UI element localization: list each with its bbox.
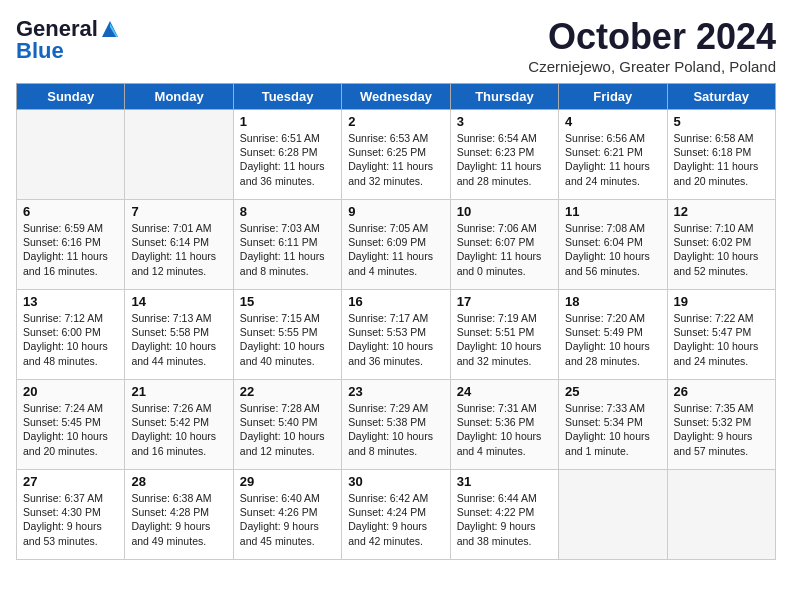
cell-daylight-text: Sunrise: 7:22 AM Sunset: 5:47 PM Dayligh…: [674, 311, 769, 368]
cell-daylight-text: Sunrise: 7:01 AM Sunset: 6:14 PM Dayligh…: [131, 221, 226, 278]
calendar-cell: [559, 470, 667, 560]
day-number: 13: [23, 294, 118, 309]
cell-daylight-text: Sunrise: 7:19 AM Sunset: 5:51 PM Dayligh…: [457, 311, 552, 368]
cell-daylight-text: Sunrise: 7:31 AM Sunset: 5:36 PM Dayligh…: [457, 401, 552, 458]
cell-daylight-text: Sunrise: 7:05 AM Sunset: 6:09 PM Dayligh…: [348, 221, 443, 278]
month-title: October 2024: [528, 16, 776, 58]
cell-daylight-text: Sunrise: 7:29 AM Sunset: 5:38 PM Dayligh…: [348, 401, 443, 458]
calendar-cell: [125, 110, 233, 200]
calendar-table: SundayMondayTuesdayWednesdayThursdayFrid…: [16, 83, 776, 560]
cell-daylight-text: Sunrise: 6:59 AM Sunset: 6:16 PM Dayligh…: [23, 221, 118, 278]
calendar-cell: 5Sunrise: 6:58 AM Sunset: 6:18 PM Daylig…: [667, 110, 775, 200]
day-number: 26: [674, 384, 769, 399]
day-number: 3: [457, 114, 552, 129]
calendar-cell: 15Sunrise: 7:15 AM Sunset: 5:55 PM Dayli…: [233, 290, 341, 380]
calendar-cell: 14Sunrise: 7:13 AM Sunset: 5:58 PM Dayli…: [125, 290, 233, 380]
day-number: 5: [674, 114, 769, 129]
day-number: 12: [674, 204, 769, 219]
cell-daylight-text: Sunrise: 6:44 AM Sunset: 4:22 PM Dayligh…: [457, 491, 552, 548]
calendar-cell: [667, 470, 775, 560]
day-number: 11: [565, 204, 660, 219]
cell-daylight-text: Sunrise: 6:53 AM Sunset: 6:25 PM Dayligh…: [348, 131, 443, 188]
calendar-cell: 24Sunrise: 7:31 AM Sunset: 5:36 PM Dayli…: [450, 380, 558, 470]
cell-daylight-text: Sunrise: 6:40 AM Sunset: 4:26 PM Dayligh…: [240, 491, 335, 548]
cell-daylight-text: Sunrise: 7:33 AM Sunset: 5:34 PM Dayligh…: [565, 401, 660, 458]
day-number: 2: [348, 114, 443, 129]
calendar-cell: 23Sunrise: 7:29 AM Sunset: 5:38 PM Dayli…: [342, 380, 450, 470]
day-header-thursday: Thursday: [450, 84, 558, 110]
day-number: 9: [348, 204, 443, 219]
cell-daylight-text: Sunrise: 7:10 AM Sunset: 6:02 PM Dayligh…: [674, 221, 769, 278]
day-number: 22: [240, 384, 335, 399]
cell-daylight-text: Sunrise: 6:42 AM Sunset: 4:24 PM Dayligh…: [348, 491, 443, 548]
day-number: 14: [131, 294, 226, 309]
calendar-cell: 9Sunrise: 7:05 AM Sunset: 6:09 PM Daylig…: [342, 200, 450, 290]
calendar-cell: 2Sunrise: 6:53 AM Sunset: 6:25 PM Daylig…: [342, 110, 450, 200]
cell-daylight-text: Sunrise: 6:51 AM Sunset: 6:28 PM Dayligh…: [240, 131, 335, 188]
day-number: 1: [240, 114, 335, 129]
day-number: 30: [348, 474, 443, 489]
day-number: 17: [457, 294, 552, 309]
calendar-cell: 22Sunrise: 7:28 AM Sunset: 5:40 PM Dayli…: [233, 380, 341, 470]
location-subtitle: Czerniejewo, Greater Poland, Poland: [528, 58, 776, 75]
calendar-cell: 11Sunrise: 7:08 AM Sunset: 6:04 PM Dayli…: [559, 200, 667, 290]
cell-daylight-text: Sunrise: 7:12 AM Sunset: 6:00 PM Dayligh…: [23, 311, 118, 368]
day-header-saturday: Saturday: [667, 84, 775, 110]
day-number: 15: [240, 294, 335, 309]
calendar-cell: 10Sunrise: 7:06 AM Sunset: 6:07 PM Dayli…: [450, 200, 558, 290]
cell-daylight-text: Sunrise: 7:15 AM Sunset: 5:55 PM Dayligh…: [240, 311, 335, 368]
calendar-cell: 18Sunrise: 7:20 AM Sunset: 5:49 PM Dayli…: [559, 290, 667, 380]
calendar-cell: 27Sunrise: 6:37 AM Sunset: 4:30 PM Dayli…: [17, 470, 125, 560]
cell-daylight-text: Sunrise: 6:56 AM Sunset: 6:21 PM Dayligh…: [565, 131, 660, 188]
calendar-cell: 6Sunrise: 6:59 AM Sunset: 6:16 PM Daylig…: [17, 200, 125, 290]
week-row-5: 27Sunrise: 6:37 AM Sunset: 4:30 PM Dayli…: [17, 470, 776, 560]
day-number: 7: [131, 204, 226, 219]
calendar-cell: 20Sunrise: 7:24 AM Sunset: 5:45 PM Dayli…: [17, 380, 125, 470]
calendar-cell: 19Sunrise: 7:22 AM Sunset: 5:47 PM Dayli…: [667, 290, 775, 380]
day-number: 8: [240, 204, 335, 219]
calendar-cell: 8Sunrise: 7:03 AM Sunset: 6:11 PM Daylig…: [233, 200, 341, 290]
calendar-cell: 25Sunrise: 7:33 AM Sunset: 5:34 PM Dayli…: [559, 380, 667, 470]
day-number: 24: [457, 384, 552, 399]
cell-daylight-text: Sunrise: 7:06 AM Sunset: 6:07 PM Dayligh…: [457, 221, 552, 278]
calendar-cell: 28Sunrise: 6:38 AM Sunset: 4:28 PM Dayli…: [125, 470, 233, 560]
day-header-wednesday: Wednesday: [342, 84, 450, 110]
cell-daylight-text: Sunrise: 7:17 AM Sunset: 5:53 PM Dayligh…: [348, 311, 443, 368]
logo: General Blue: [16, 16, 120, 64]
days-header-row: SundayMondayTuesdayWednesdayThursdayFrid…: [17, 84, 776, 110]
calendar-cell: [17, 110, 125, 200]
cell-daylight-text: Sunrise: 6:58 AM Sunset: 6:18 PM Dayligh…: [674, 131, 769, 188]
day-number: 23: [348, 384, 443, 399]
day-number: 27: [23, 474, 118, 489]
title-area: October 2024 Czerniejewo, Greater Poland…: [528, 16, 776, 75]
day-number: 6: [23, 204, 118, 219]
cell-daylight-text: Sunrise: 7:03 AM Sunset: 6:11 PM Dayligh…: [240, 221, 335, 278]
calendar-cell: 3Sunrise: 6:54 AM Sunset: 6:23 PM Daylig…: [450, 110, 558, 200]
calendar-cell: 7Sunrise: 7:01 AM Sunset: 6:14 PM Daylig…: [125, 200, 233, 290]
day-number: 18: [565, 294, 660, 309]
week-row-4: 20Sunrise: 7:24 AM Sunset: 5:45 PM Dayli…: [17, 380, 776, 470]
cell-daylight-text: Sunrise: 7:13 AM Sunset: 5:58 PM Dayligh…: [131, 311, 226, 368]
calendar-cell: 16Sunrise: 7:17 AM Sunset: 5:53 PM Dayli…: [342, 290, 450, 380]
calendar-cell: 21Sunrise: 7:26 AM Sunset: 5:42 PM Dayli…: [125, 380, 233, 470]
day-header-friday: Friday: [559, 84, 667, 110]
day-number: 19: [674, 294, 769, 309]
cell-daylight-text: Sunrise: 6:38 AM Sunset: 4:28 PM Dayligh…: [131, 491, 226, 548]
calendar-cell: 30Sunrise: 6:42 AM Sunset: 4:24 PM Dayli…: [342, 470, 450, 560]
calendar-cell: 1Sunrise: 6:51 AM Sunset: 6:28 PM Daylig…: [233, 110, 341, 200]
day-number: 10: [457, 204, 552, 219]
cell-daylight-text: Sunrise: 7:20 AM Sunset: 5:49 PM Dayligh…: [565, 311, 660, 368]
day-number: 16: [348, 294, 443, 309]
cell-daylight-text: Sunrise: 6:37 AM Sunset: 4:30 PM Dayligh…: [23, 491, 118, 548]
calendar-cell: 26Sunrise: 7:35 AM Sunset: 5:32 PM Dayli…: [667, 380, 775, 470]
day-header-monday: Monday: [125, 84, 233, 110]
day-header-sunday: Sunday: [17, 84, 125, 110]
cell-daylight-text: Sunrise: 7:26 AM Sunset: 5:42 PM Dayligh…: [131, 401, 226, 458]
calendar-cell: 29Sunrise: 6:40 AM Sunset: 4:26 PM Dayli…: [233, 470, 341, 560]
day-number: 25: [565, 384, 660, 399]
day-header-tuesday: Tuesday: [233, 84, 341, 110]
day-number: 20: [23, 384, 118, 399]
page-header: General Blue October 2024 Czerniejewo, G…: [16, 16, 776, 75]
day-number: 29: [240, 474, 335, 489]
logo-icon: [100, 19, 120, 39]
